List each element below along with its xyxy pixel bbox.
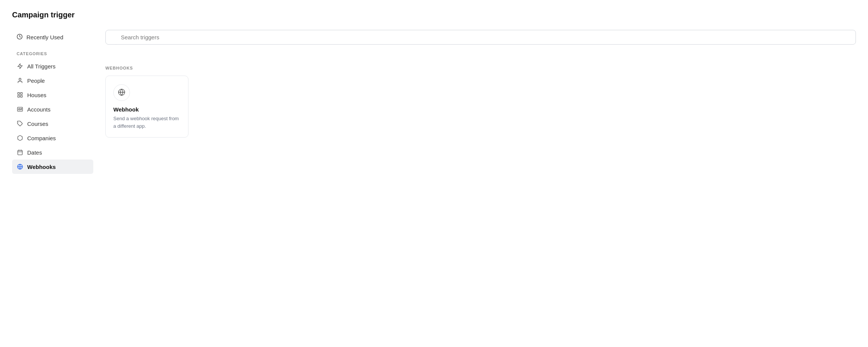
svg-rect-4 xyxy=(20,93,22,94)
content-area: WEBHOOKS Webhook Send a webhook re xyxy=(93,30,856,336)
page-title: Campaign trigger xyxy=(12,11,856,19)
sidebar-item-people[interactable]: People xyxy=(12,73,93,88)
svg-rect-10 xyxy=(18,150,22,155)
sidebar-item-label: Courses xyxy=(27,121,48,127)
sidebar-item-label: Houses xyxy=(27,92,46,98)
search-wrapper xyxy=(105,30,856,55)
svg-rect-6 xyxy=(20,95,22,97)
webhook-card-title: Webhook xyxy=(113,106,181,113)
sidebar-item-accounts[interactable]: Accounts xyxy=(12,102,93,116)
sidebar-item-label: Accounts xyxy=(27,106,51,113)
person-icon xyxy=(17,77,23,84)
accounts-icon xyxy=(17,106,23,113)
sidebar-item-dates[interactable]: Dates xyxy=(12,145,93,160)
webhook-card-description: Send a webhook request from a different … xyxy=(113,115,181,130)
globe-icon xyxy=(17,163,23,170)
svg-marker-1 xyxy=(18,64,22,68)
svg-point-2 xyxy=(19,78,21,80)
webhook-card[interactable]: Webhook Send a webhook request from a di… xyxy=(105,76,188,138)
search-input[interactable] xyxy=(105,30,856,45)
calendar-icon xyxy=(17,149,23,156)
sidebar-item-label: Webhooks xyxy=(27,164,56,170)
sidebar-item-label: People xyxy=(27,77,45,84)
courses-icon xyxy=(17,120,23,127)
webhook-card-icon-wrapper xyxy=(113,84,130,101)
recently-used-label: Recently Used xyxy=(26,34,63,40)
sidebar-item-companies[interactable]: Companies xyxy=(12,131,93,145)
svg-point-8 xyxy=(19,108,20,110)
sidebar-item-webhooks[interactable]: Webhooks xyxy=(12,160,93,174)
sidebar-item-all-triggers[interactable]: All Triggers xyxy=(12,59,93,73)
clock-icon xyxy=(17,34,23,41)
sidebar-item-recently-used[interactable]: Recently Used xyxy=(12,30,93,45)
sidebar-item-label: Companies xyxy=(27,135,56,141)
categories-label: CATEGORIES xyxy=(12,51,93,56)
sidebar-item-label: All Triggers xyxy=(27,63,56,70)
webhook-globe-icon xyxy=(118,88,125,97)
svg-rect-3 xyxy=(18,93,20,94)
sidebar-item-houses[interactable]: Houses xyxy=(12,88,93,102)
houses-icon xyxy=(17,91,23,98)
sidebar: Recently Used CATEGORIES All Triggers xyxy=(12,30,93,336)
section-label: WEBHOOKS xyxy=(105,66,856,70)
cards-grid: Webhook Send a webhook request from a di… xyxy=(105,76,856,138)
svg-rect-5 xyxy=(18,95,20,97)
bolt-icon xyxy=(17,63,23,70)
sidebar-item-label: Dates xyxy=(27,149,42,156)
sidebar-item-courses[interactable]: Courses xyxy=(12,116,93,131)
companies-icon xyxy=(17,135,23,141)
